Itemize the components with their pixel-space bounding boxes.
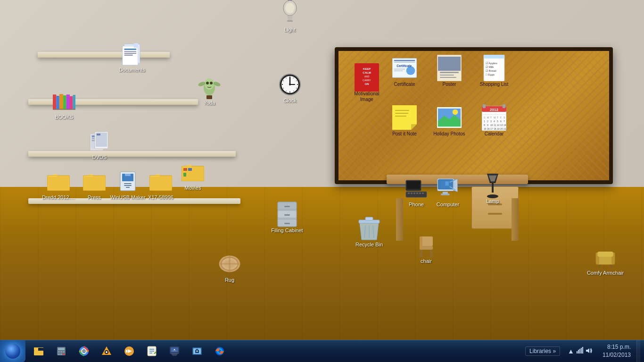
shelf-3 [28,151,236,157]
svg-text:4: 4 [494,120,495,123]
svg-text:5: 5 [497,120,498,123]
desktop-icon-filing-cabinet[interactable]: Filing Cabinet [268,203,306,234]
svg-text:CALM: CALM [363,71,371,74]
svg-rect-228 [172,351,177,351]
taskbar-app2[interactable] [186,340,208,362]
svg-rect-183 [441,194,449,195]
svg-rect-150 [188,168,192,171]
board-img-motivational: KEEP CALM AND CARRY ON [355,65,379,90]
board-icon-post-it[interactable]: Post it Note [386,105,423,137]
svg-rect-212 [60,354,62,355]
icon-label-movies: Movies [185,185,201,191]
svg-rect-151 [183,173,186,177]
svg-rect-161 [365,217,373,220]
svg-rect-78 [503,104,505,108]
svg-text:3: 3 [490,120,492,123]
desktop-icon-winusb[interactable]: WinUSB Maker [109,170,147,201]
svg-text:6: 6 [500,120,502,123]
desktop-icon-clock[interactable]: Clock [271,73,309,104]
desktop-icon-yoda[interactable]: Yoda [190,76,228,106]
board-icon-holiday-photos[interactable]: Holiday Photos [430,105,468,137]
svg-rect-19 [440,77,456,78]
svg-rect-158 [284,223,290,224]
tray-volume[interactable] [586,347,593,356]
board-label-calendar: Calendar [485,131,504,137]
svg-rect-145 [149,176,172,191]
icon-img-clock [279,73,301,96]
board-icon-calendar[interactable]: 2012 SMTWTFS 123456789101112131415161718… [475,105,513,137]
clock-display[interactable]: 8:15 p.m. 11/02/2013 [601,343,633,359]
taskbar-media-player[interactable] [118,340,140,362]
desktop-icon-recycle-bin[interactable]: Recycle Bin [350,217,388,248]
svg-text:CARRY: CARRY [363,79,371,82]
svg-rect-134 [97,134,100,135]
desktop-icon-dvds[interactable]: DVDS [81,130,118,160]
icon-label-recycle-bin: Recycle Bin [355,242,383,248]
svg-rect-157 [284,214,290,216]
tray-up-arrow[interactable]: ▲ [568,347,574,355]
desktop-icon-rug[interactable]: Rug [211,253,248,283]
taskbar-vlc[interactable] [95,340,118,362]
icon-img-movies [182,160,204,183]
icon-label-rug: Rug [225,277,234,283]
svg-text:T: T [490,116,492,119]
start-button[interactable] [0,340,25,362]
svg-rect-178 [422,193,424,194]
svg-rect-17 [440,72,459,73]
desktop-icon-movies[interactable]: Movies [174,160,212,191]
taskbar-explorer[interactable] [27,340,50,362]
svg-text:16: 16 [487,127,490,130]
desktop-icon-light[interactable]: Light [271,2,309,33]
desktop-icon-computer[interactable]: Computer [429,177,467,208]
taskbar-notepad[interactable] [140,340,163,362]
board-icon-shopping-list[interactable]: ☑ Apples ☑ Milk ☑ Bread □ Eggs Shopping … [475,56,513,87]
taskbar-chrome[interactable] [73,340,95,362]
svg-rect-135 [47,176,70,191]
desktop-icon-books[interactable]: BOOKS [45,90,83,120]
desktop-icon-documents[interactable]: Documents [113,42,151,73]
tray-network[interactable] [576,346,584,356]
icon-label-computer: Computer [437,202,459,208]
svg-rect-175 [413,193,415,194]
svg-rect-77 [483,104,486,108]
taskbar-app1[interactable] [163,340,186,362]
taskbar-firefox[interactable] [208,340,231,362]
svg-text:☑ Milk: ☑ Milk [486,66,494,68]
svg-rect-182 [443,192,448,194]
libraries-button[interactable]: Libraries » [525,346,560,356]
svg-point-113 [205,78,214,90]
svg-rect-141 [124,183,132,184]
svg-rect-177 [419,193,421,194]
desk-leg-right [512,198,519,241]
desktop-icon-lamp[interactable]: Lamp [474,174,512,204]
svg-rect-210 [63,351,65,353]
svg-rect-211 [58,354,60,355]
system-tray: ▲ [564,346,597,356]
svg-point-82 [285,3,295,13]
desktop-icon-comfy-armchair[interactable]: Comfy Armchair [586,245,624,276]
show-desktop-button[interactable] [636,340,640,362]
board-img-shopping-list: ☑ Apples ☑ Milk ☑ Bread □ Eggs [482,56,506,80]
svg-marker-27 [411,124,417,130]
icon-img-filing-cabinet [276,203,298,226]
desktop-icon-chair[interactable]: chair [407,234,445,264]
board-icon-motivational[interactable]: KEEP CALM AND CARRY ON Motivational Imag… [348,65,386,102]
clock-time: 8:15 p.m. [603,343,631,351]
svg-rect-18 [440,75,454,76]
board-img-holiday-photos [437,105,462,130]
icon-label-light: Light [284,27,296,33]
desktop-icon-press[interactable]: Press [75,170,113,201]
desktop-icon-dredd[interactable]: Dredd.2012.... [40,170,77,201]
icon-label-documents: Documents [119,67,145,73]
taskbar-calculator[interactable] [50,340,73,362]
svg-rect-187 [492,183,494,193]
svg-rect-221 [126,350,127,353]
svg-text:9: 9 [487,124,488,126]
icon-label-dredd: Dredd.2012.... [42,194,75,201]
svg-text:17: 17 [490,127,493,130]
svg-text:13: 13 [500,124,503,126]
board-icon-certificate[interactable]: Certificate Certificate [386,56,423,87]
icon-img-computer [437,177,459,200]
svg-point-33 [453,109,458,115]
board-icon-poster[interactable]: Poster [430,56,468,87]
